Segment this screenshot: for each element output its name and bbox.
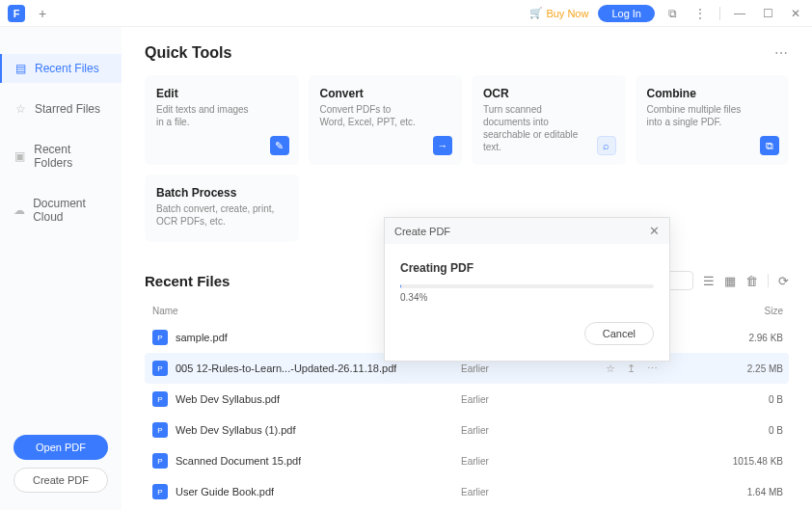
combine-icon: ⧉ — [760, 136, 779, 155]
notification-icon[interactable]: ⧉ — [664, 5, 681, 22]
file-size: 2.96 KB — [712, 333, 789, 343]
table-row[interactable]: P User Guide Book.pdf Earlier 1.64 MB — [145, 476, 789, 507]
folder-icon: ▣ — [14, 149, 26, 163]
table-row[interactable]: P Web Dev Syllabus.pdf Earlier 0 B — [145, 384, 789, 415]
sidebar-item-label: Recent Files — [35, 62, 99, 75]
file-name-cell: P Web Dev Syllabus (1).pdf — [145, 422, 461, 438]
divider — [768, 274, 769, 287]
file-name: User Guide Book.pdf — [176, 486, 274, 497]
tool-title: Convert — [320, 87, 451, 100]
more-icon[interactable]: ⋯ — [774, 45, 789, 61]
pdf-icon: P — [152, 453, 168, 469]
tool-title: Batch Process — [156, 186, 287, 200]
dialog-footer: Cancel — [385, 312, 669, 361]
tool-card-combine[interactable]: Combine Combine multiple files into a si… — [636, 75, 790, 165]
file-name: sample.pdf — [176, 332, 228, 343]
star-icon: ☆ — [14, 102, 27, 116]
minimize-icon[interactable]: — — [730, 5, 749, 22]
titlebar-right: 🛒Buy Now Log In ⧉ ⋮ — ☐ ✕ — [529, 5, 804, 22]
file-time: Earlier — [461, 487, 606, 497]
trash-icon[interactable]: 🗑 — [745, 274, 758, 288]
close-icon[interactable]: ✕ — [787, 5, 804, 22]
file-name: Web Dev Syllabus (1).pdf — [176, 424, 296, 436]
tool-desc: Batch convert, create, print, OCR PDFs, … — [156, 202, 287, 228]
edit-icon: ✎ — [270, 136, 289, 155]
app-logo: F — [8, 5, 25, 22]
menu-icon[interactable]: ⋮ — [690, 5, 710, 22]
open-pdf-button[interactable]: Open PDF — [14, 435, 108, 460]
dialog-title: Create PDF — [394, 226, 450, 237]
pdf-icon: P — [152, 330, 168, 345]
cloud-icon: ☁ — [14, 203, 25, 217]
titlebar: F + 🛒Buy Now Log In ⧉ ⋮ — ☐ ✕ — [0, 0, 812, 27]
sidebar-bottom: Open PDF Create PDF — [0, 435, 122, 510]
sidebar-item-document-cloud[interactable]: ☁ Document Cloud — [0, 189, 122, 231]
create-pdf-button[interactable]: Create PDF — [14, 468, 108, 493]
tool-title: OCR — [483, 87, 614, 100]
sidebar-item-recent-folders[interactable]: ▣ Recent Folders — [0, 135, 122, 177]
recent-title: Recent Files — [145, 273, 230, 289]
refresh-icon[interactable]: ⟳ — [778, 274, 789, 288]
tool-desc: Turn scanned documents into searchable o… — [483, 103, 582, 153]
tool-desc: Edit texts and images in a file. — [156, 103, 255, 128]
maximize-icon[interactable]: ☐ — [759, 5, 777, 22]
tool-card-batch[interactable]: Batch Process Batch convert, create, pri… — [145, 174, 299, 242]
cart-icon: 🛒 — [529, 7, 543, 19]
tool-card-convert[interactable]: Convert Convert PDFs to Word, Excel, PPT… — [309, 75, 463, 165]
sidebar-item-label: Starred Files — [35, 102, 100, 116]
file-time: Earlier — [461, 425, 606, 436]
quick-tools-title: Quick Tools — [145, 44, 231, 62]
file-time: Earlier — [461, 363, 606, 374]
sidebar-item-recent-files[interactable]: ▤ Recent Files — [0, 54, 122, 83]
buy-now-link[interactable]: 🛒Buy Now — [529, 7, 588, 19]
close-icon[interactable]: ✕ — [649, 224, 660, 238]
table-row[interactable]: P Web Dev Syllabus (1).pdf Earlier 0 B — [145, 415, 789, 445]
file-size: 1015.48 KB — [712, 456, 789, 467]
file-size: 2.25 MB — [712, 363, 789, 374]
file-name-cell: P 005 12-Rules-to-Learn...-Updated-26.11… — [145, 361, 461, 376]
cancel-button[interactable]: Cancel — [584, 322, 654, 345]
file-size: 1.64 MB — [712, 487, 789, 497]
pdf-icon: P — [152, 484, 168, 499]
list-view-icon[interactable]: ☰ — [703, 274, 715, 288]
main: ▤ Recent Files ☆ Starred Files ▣ Recent … — [0, 27, 812, 510]
tool-title: Edit — [156, 87, 287, 100]
file-size: 0 B — [712, 425, 789, 436]
upload-icon[interactable]: ↥ — [627, 362, 636, 375]
file-time: Earlier — [461, 456, 606, 467]
progress-text: 0.34% — [400, 292, 654, 303]
file-time: Earlier — [461, 394, 606, 405]
quick-tools-header: Quick Tools ⋯ — [145, 44, 789, 62]
star-icon[interactable]: ☆ — [606, 362, 615, 375]
file-name-cell: P Web Dev Syllabus.pdf — [145, 391, 461, 407]
pdf-icon: P — [152, 391, 168, 407]
dialog-body: Creating PDF 0.34% — [385, 244, 669, 312]
divider — [719, 7, 720, 20]
file-name: 005 12-Rules-to-Learn...-Updated-26.11.1… — [176, 362, 396, 374]
file-name-cell: P User Guide Book.pdf — [145, 484, 461, 499]
login-button[interactable]: Log In — [598, 5, 655, 22]
sidebar-item-label: Recent Folders — [34, 143, 108, 170]
file-actions: ☆ ↥ ⋯ — [606, 362, 712, 375]
new-tab-button[interactable]: + — [39, 6, 46, 21]
progress-bar — [400, 284, 654, 288]
convert-icon: → — [433, 136, 452, 155]
more-icon[interactable]: ⋯ — [647, 362, 658, 375]
file-size: 0 B — [712, 394, 789, 405]
tool-desc: Convert PDFs to Word, Excel, PPT, etc. — [320, 103, 419, 128]
ocr-icon: ⌕ — [597, 136, 616, 155]
col-size: Size — [712, 306, 789, 316]
grid-view-icon[interactable]: ▦ — [724, 274, 736, 288]
tool-title: Combine — [647, 87, 778, 100]
titlebar-left: F + — [8, 5, 46, 22]
file-name-cell: P Scanned Document 15.pdf — [145, 453, 461, 469]
create-pdf-dialog: Create PDF ✕ Creating PDF 0.34% Cancel — [384, 217, 670, 362]
file-name: Web Dev Syllabus.pdf — [176, 393, 280, 405]
table-row[interactable]: P Scanned Document 15.pdf Earlier 1015.4… — [145, 445, 789, 476]
tool-card-ocr[interactable]: OCR Turn scanned documents into searchab… — [472, 75, 626, 165]
sidebar-item-starred-files[interactable]: ☆ Starred Files — [0, 94, 122, 123]
dialog-header: Create PDF ✕ — [385, 218, 669, 244]
tools-row: Edit Edit texts and images in a file. ✎ … — [145, 75, 789, 165]
sidebar-item-label: Document Cloud — [33, 197, 108, 224]
tool-card-edit[interactable]: Edit Edit texts and images in a file. ✎ — [145, 75, 299, 165]
